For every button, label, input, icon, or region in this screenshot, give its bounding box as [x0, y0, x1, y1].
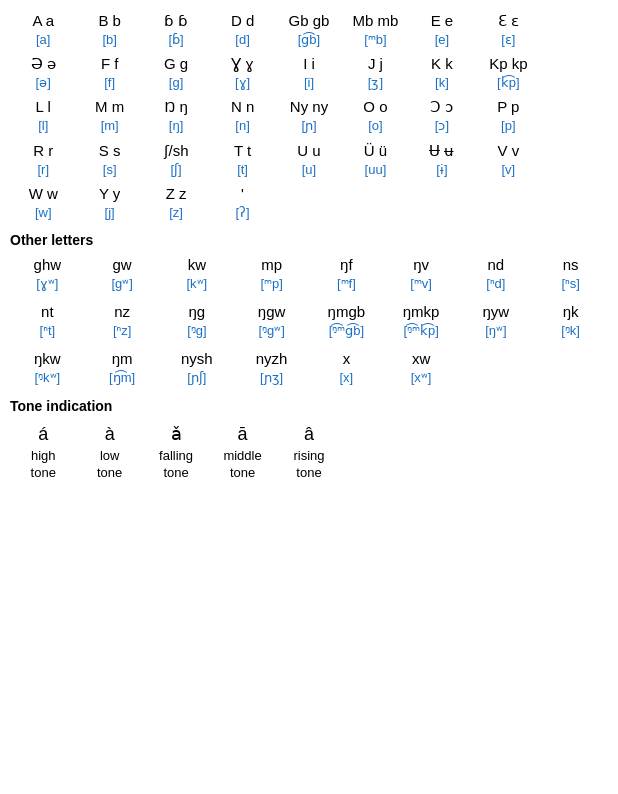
tone-label: middletone — [223, 448, 261, 482]
ipa: [ʒ] — [368, 74, 383, 92]
letter: ŋm — [112, 348, 133, 369]
alphabet-cell: ɓ ɓ[ɓ] — [143, 8, 209, 51]
other-cell: ŋgw[ᵑgʷ] — [234, 299, 309, 342]
tone-letter: ā — [238, 420, 248, 449]
letter: ŋk — [563, 301, 579, 322]
alphabet-cell: A a[a] — [10, 8, 76, 51]
ipa: [ᵑk] — [561, 322, 580, 340]
letter: Gb gb — [289, 10, 330, 31]
letter: U u — [297, 140, 320, 161]
other-cell: ŋmgb[ᵑ͡ᵐg͡b] — [309, 299, 384, 342]
letter: Ny ny — [290, 96, 328, 117]
ipa: [uu] — [365, 161, 387, 179]
letter: W w — [29, 183, 58, 204]
alphabet-cell — [542, 138, 608, 181]
other-cell — [459, 346, 534, 389]
ipa: [ʃ] — [170, 161, 181, 179]
other-cell: ŋyw[ŋʷ] — [459, 299, 534, 342]
other-cell: ŋkw[ᵑkʷ] — [10, 346, 85, 389]
alphabet-cell: ʃ/sh[ʃ] — [143, 138, 209, 181]
ipa: [f] — [104, 74, 115, 92]
letter: kw — [188, 254, 206, 275]
ipa: [e] — [435, 31, 449, 49]
other-cell: mp[ᵐp] — [234, 252, 309, 295]
alphabet-cell: E e[e] — [409, 8, 475, 51]
ipa: [ᵑ͡ᵐg͡b] — [329, 322, 364, 340]
tone-label: fallingtone — [159, 448, 193, 482]
alphabet-cell: G g[g] — [143, 51, 209, 94]
ipa: [ᵐb] — [364, 31, 386, 49]
alphabet-cell: Ɛ ɛ[ɛ] — [475, 8, 541, 51]
letter: xw — [412, 348, 430, 369]
alphabet-cell — [276, 181, 342, 224]
letter: ŋg — [189, 301, 206, 322]
letter: Ŋ ŋ — [164, 96, 187, 117]
other-cell: ŋv[ᵐv] — [384, 252, 459, 295]
ipa: [ⁿz] — [113, 322, 131, 340]
letter: R r — [33, 140, 53, 161]
other-letters-grid-3: ŋkw[ᵑkʷ]ŋm[ŋ͡m]nysh[ɲʃ]nyzh[ɲʒ]x[x]xw[xʷ… — [10, 346, 608, 389]
other-cell: ŋf[ᵐf] — [309, 252, 384, 295]
other-cell: ŋm[ŋ͡m] — [85, 346, 160, 389]
ipa: [ᵐp] — [260, 275, 282, 293]
alphabet-cell: Mb mb[ᵐb] — [342, 8, 408, 51]
ipa: [a] — [36, 31, 50, 49]
ipa: [ɲʃ] — [187, 369, 206, 387]
other-letters-grid-2: nt[ⁿt]nz[ⁿz]ŋg[ᵑg]ŋgw[ᵑgʷ]ŋmgb[ᵑ͡ᵐg͡b]ŋm… — [10, 299, 608, 342]
ipa: [ə] — [36, 74, 51, 92]
letter: I i — [303, 53, 315, 74]
alphabet-cell: O o[o] — [342, 94, 408, 137]
other-cell: ghw[ɣʷ] — [10, 252, 85, 295]
letter: ʃ/sh — [164, 140, 189, 161]
alphabet-cell: P p[p] — [475, 94, 541, 137]
ipa: [n] — [235, 117, 249, 135]
other-cell: ŋmkp[ᵑ͡ᵐk͡p] — [384, 299, 459, 342]
letter: ɓ ɓ — [164, 10, 188, 31]
other-cell: ŋg[ᵑg] — [160, 299, 235, 342]
other-cell — [533, 346, 608, 389]
ipa: [z] — [169, 204, 183, 222]
alphabet-cell: M m[m] — [76, 94, 142, 137]
other-cell: nt[ⁿt] — [10, 299, 85, 342]
letter: Ə ə — [31, 53, 56, 74]
letter: Mb mb — [353, 10, 399, 31]
ipa: [ᵑgʷ] — [258, 322, 284, 340]
ipa: [i] — [304, 74, 314, 92]
letter: nt — [41, 301, 54, 322]
other-cell: gw[gʷ] — [85, 252, 160, 295]
other-cell: nz[ⁿz] — [85, 299, 160, 342]
ipa: [p] — [501, 117, 515, 135]
other-cell: ns[ⁿs] — [533, 252, 608, 295]
other-cell: kw[kʷ] — [160, 252, 235, 295]
ipa: [r] — [37, 161, 49, 179]
letter: ŋgw — [258, 301, 286, 322]
ipa: [ɛ] — [501, 31, 515, 49]
letter: ŋf — [340, 254, 353, 275]
letter: V v — [497, 140, 519, 161]
alphabet-grid: A a[a]B b[b]ɓ ɓ[ɓ]D d[d]Gb gb[g͡b]Mb mb[… — [10, 8, 608, 224]
alphabet-cell: R r[r] — [10, 138, 76, 181]
letter: ŋmgb — [328, 301, 366, 322]
letter: Ü ü — [364, 140, 387, 161]
letter: G g — [164, 53, 188, 74]
alphabet-cell — [475, 181, 541, 224]
ipa: [m] — [101, 117, 119, 135]
ipa: [s] — [103, 161, 117, 179]
letter: gw — [113, 254, 132, 275]
ipa: [j] — [105, 204, 115, 222]
ipa: [kʷ] — [187, 275, 208, 293]
ipa: [w] — [35, 204, 52, 222]
alphabet-cell: J j[ʒ] — [342, 51, 408, 94]
letter: ŋmkp — [403, 301, 440, 322]
alphabet-cell: U u[u] — [276, 138, 342, 181]
alphabet-cell: Gb gb[g͡b] — [276, 8, 342, 51]
letter: nz — [114, 301, 130, 322]
letter: mp — [261, 254, 282, 275]
letter: Ɛ ɛ — [498, 10, 519, 31]
ipa: [o] — [368, 117, 382, 135]
letter: J j — [368, 53, 383, 74]
ipa: [g͡b] — [298, 31, 320, 49]
ipa: [ɲ] — [301, 117, 316, 135]
alphabet-cell: Z z[z] — [143, 181, 209, 224]
letter: T t — [234, 140, 251, 161]
